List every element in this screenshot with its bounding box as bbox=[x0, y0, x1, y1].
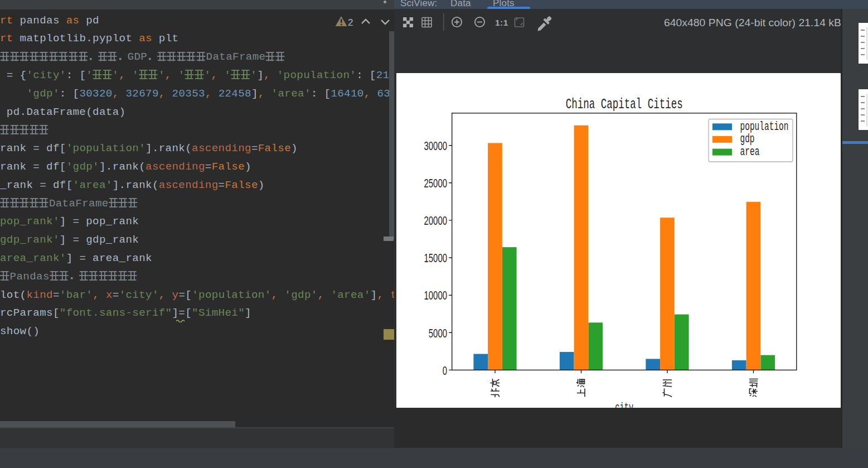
svg-text:gdp: gdp bbox=[740, 132, 755, 146]
svg-text:China Capital Cities: China Capital Cities bbox=[566, 96, 683, 113]
svg-text:population: population bbox=[740, 120, 789, 134]
svg-text:640x480 PNG (24-bit color) 21.: 640x480 PNG (24-bit color) 21.14 kB bbox=[664, 17, 841, 28]
svg-text:20000: 20000 bbox=[424, 214, 448, 228]
svg-text:2: 2 bbox=[348, 17, 353, 28]
svg-text:5000: 5000 bbox=[429, 326, 447, 340]
svg-text:10000: 10000 bbox=[424, 288, 448, 302]
svg-text:area: area bbox=[740, 145, 760, 159]
svg-text:0: 0 bbox=[443, 364, 447, 378]
svg-text:city: city bbox=[615, 401, 633, 408]
svg-text:25000: 25000 bbox=[424, 176, 448, 190]
svg-text:30000: 30000 bbox=[424, 139, 448, 153]
svg-text:15000: 15000 bbox=[424, 251, 448, 265]
svg-text:1:1: 1:1 bbox=[495, 18, 508, 27]
